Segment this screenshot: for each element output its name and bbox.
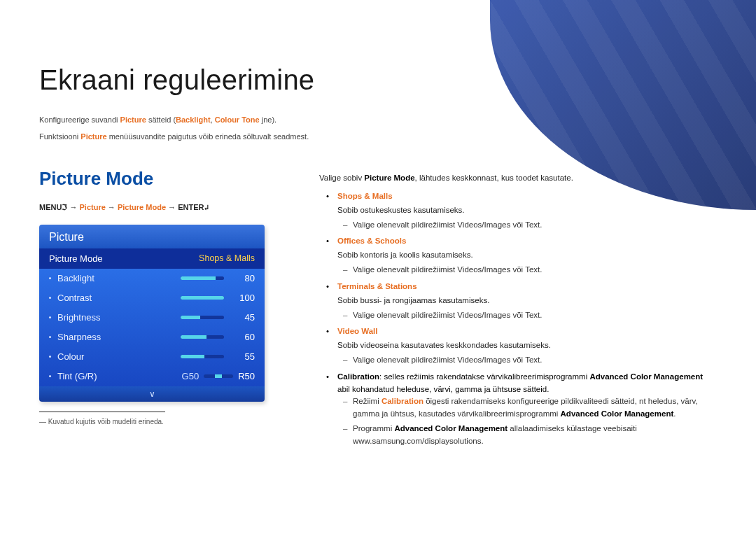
slider-bar[interactable] <box>181 335 224 339</box>
value: 45 <box>235 312 255 323</box>
text: Valige olenevalt pildirežiimist <box>353 356 457 364</box>
item-head: Offices & Schools <box>337 235 717 248</box>
hl: Text <box>525 265 540 274</box>
hl: Backlight <box>176 115 211 124</box>
osd-row-sharpness[interactable]: Sharpness 60 <box>39 328 265 347</box>
hl: Calibration <box>382 397 424 405</box>
section-heading: Picture Mode <box>39 168 277 190</box>
hl: Picture <box>80 132 106 141</box>
slider-fill <box>181 296 224 300</box>
item-desc: Sobib kontoris ja koolis kasutamiseks. <box>337 249 717 262</box>
item-sub: Valige olenevalt pildirežiimist Videos/I… <box>337 219 717 232</box>
text: . <box>540 265 542 274</box>
text: . <box>540 220 542 229</box>
item-head: Calibration: selles režiimis rakendataks… <box>337 372 703 393</box>
bullet-icon <box>49 297 51 299</box>
text: → <box>106 203 118 211</box>
osd-selected-value: Shops & Malls <box>199 253 255 263</box>
mode-list: Shops & Malls Sobib ostukeskustes kasuta… <box>319 190 717 448</box>
osd-row-backlight[interactable]: Backlight 80 <box>39 269 265 288</box>
text: abil kohandatud heleduse, värvi, gamma j… <box>337 385 549 393</box>
item-head: Terminals & Stations <box>337 281 717 293</box>
list-item: Offices & Schools Sobib kontoris ja kool… <box>319 235 717 276</box>
slider-fill <box>181 335 206 339</box>
value: 55 <box>235 351 255 362</box>
page-content: Ekraani reguleerimine Konfigureerige suv… <box>0 0 756 452</box>
item-head: Shops & Malls <box>337 190 717 203</box>
page-title: Ekraani reguleerimine <box>39 64 717 96</box>
item-head: Video Wall <box>337 325 717 338</box>
hl: Text <box>525 311 540 319</box>
lead-paragraph: Valige sobiv Picture Mode, lähtudes kesk… <box>319 172 717 185</box>
osd-row-colour[interactable]: Colour 55 <box>39 347 265 367</box>
text: → <box>67 203 79 211</box>
text: : selles režiimis rakendatakse värvikali… <box>379 372 589 381</box>
label: Brightness <box>57 312 181 323</box>
osd-scroll-down[interactable]: ∨ <box>39 386 265 402</box>
slider-bar[interactable] <box>181 355 224 358</box>
slider-bar[interactable] <box>181 296 224 300</box>
list-item: Video Wall Sobib videoseina kasutavates … <box>319 325 717 366</box>
text: menüüsuvandite paigutus võib erineda sõl… <box>107 132 309 141</box>
text: sätteid ( <box>146 115 176 124</box>
item-desc: Sobib videoseina kasutavates keskkondade… <box>337 339 717 352</box>
text: Valige olenevalt pildirežiimist <box>353 265 457 274</box>
left-column: Picture Mode MENUℑ → Picture → Picture M… <box>39 168 277 451</box>
text: Konfigureerige suvandi <box>39 115 120 124</box>
osd-selected-label: Picture Mode <box>49 253 103 264</box>
text: Valige olenevalt pildirežiimist <box>353 311 457 319</box>
item-desc: Sobib ostukeskustes kasutamiseks. <box>337 204 717 217</box>
bullet-icon <box>49 277 51 279</box>
bullet-icon <box>49 316 51 318</box>
right-column: Valige sobiv Picture Mode, lähtudes kesk… <box>319 168 717 451</box>
intro-line-1: Konfigureerige suvandi Picture sätteid (… <box>39 114 717 127</box>
bullet-icon <box>49 356 51 358</box>
osd-row-tint[interactable]: Tint (G/R) G50 R50 <box>39 367 265 386</box>
bold: Advanced Color Management <box>561 409 674 418</box>
text: . <box>540 356 542 364</box>
label: Contrast <box>57 293 181 303</box>
bold: Advanced Color Management <box>589 372 703 381</box>
tint-bar[interactable] <box>204 374 233 378</box>
label: Backlight <box>57 273 181 283</box>
text: jne). <box>260 115 276 124</box>
hl: Videos/Images <box>457 311 510 319</box>
text: Programmi <box>353 424 394 433</box>
tint-fill <box>215 374 222 378</box>
text: . <box>673 409 676 418</box>
text: Valige sobiv <box>319 174 364 182</box>
item-sub: Valige olenevalt pildirežiimist Videos/I… <box>337 309 717 322</box>
list-item-calibration: Calibration: selles režiimis rakendataks… <box>319 371 717 448</box>
value: 100 <box>235 293 255 303</box>
osd-row-brightness[interactable]: Brightness 45 <box>39 308 265 328</box>
bold: Advanced Color Management <box>394 424 507 433</box>
osd-selected-row[interactable]: Picture Mode Shops & Malls <box>39 248 265 269</box>
label: Sharpness <box>57 332 181 342</box>
bullet-icon <box>49 336 51 338</box>
bold: Calibration <box>337 372 379 381</box>
text: või <box>510 220 525 229</box>
value: 60 <box>235 332 255 342</box>
divider <box>39 412 165 412</box>
hl: Text <box>525 220 540 229</box>
item-sub: Valige olenevalt pildirežiimist Videos/I… <box>337 264 717 276</box>
text: Funktsiooni <box>39 132 80 141</box>
intro-line-2: Funktsiooni Picture menüüsuvandite paigu… <box>39 131 717 143</box>
hl: Picture <box>80 203 106 211</box>
value: 80 <box>235 273 255 283</box>
bold: Picture Mode <box>364 174 414 182</box>
list-item: Shops & Malls Sobib ostukeskustes kasuta… <box>319 190 717 231</box>
label: Colour <box>57 351 181 362</box>
slider-bar[interactable] <box>181 316 224 319</box>
list-item: Terminals & Stations Sobib bussi- ja ron… <box>319 281 717 321</box>
osd-body: Backlight 80 Contrast 100 Brightness <box>39 269 265 386</box>
hl: Picture Mode <box>118 203 166 211</box>
slider-bar[interactable] <box>181 276 224 280</box>
osd-title: Picture <box>39 225 265 248</box>
text: , lähtudes keskkonnast, kus toodet kasut… <box>415 174 573 182</box>
slider-fill <box>181 316 200 319</box>
osd-row-contrast[interactable]: Contrast 100 <box>39 288 265 308</box>
slider-fill <box>181 355 204 358</box>
text: või <box>510 356 525 364</box>
hl: Videos/Images <box>457 265 510 274</box>
